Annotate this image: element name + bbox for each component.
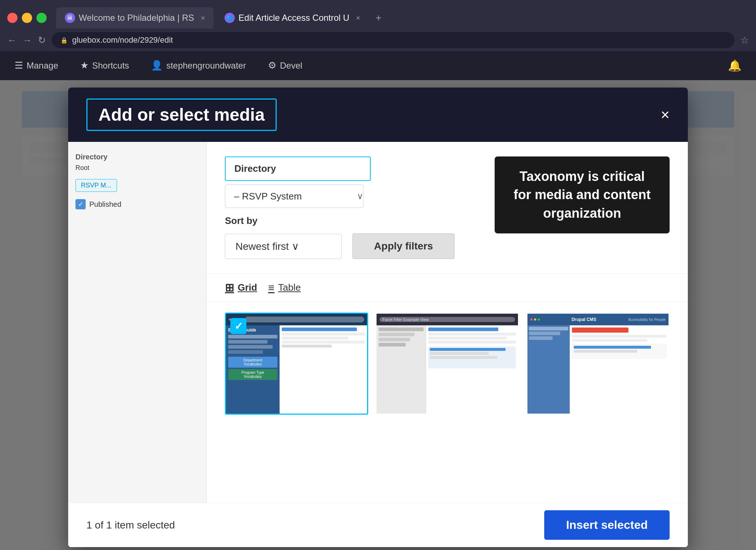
selection-count: 1 of 1 item selected	[86, 519, 175, 531]
taxonomy-tooltip-text: Taxonomy is critical for media and conte…	[514, 169, 651, 221]
modal-sidebar: Directory Root RSVP M... ✓ Published	[68, 142, 207, 503]
sort-select[interactable]: Newest first ∨	[225, 234, 342, 259]
media-grid: Events Guide DepartmentVocabulary	[207, 302, 688, 503]
tab-1-icon: 🏛	[65, 13, 75, 23]
published-label: Published	[89, 200, 121, 209]
toolbar-manage[interactable]: ☰ Manage	[15, 60, 58, 71]
sort-label: Sort by	[225, 215, 342, 226]
maximize-traffic-light[interactable]	[36, 13, 47, 23]
bookmark-icon[interactable]: ☆	[740, 35, 749, 46]
tab-2-icon: 🔷	[225, 13, 235, 23]
sort-filter-group: Sort by Newest first ∨	[225, 215, 342, 259]
sidebar-section-directory: Directory Root	[75, 153, 199, 172]
taxonomy-tooltip: Taxonomy is critical for media and conte…	[495, 156, 670, 233]
close-traffic-light[interactable]	[7, 13, 17, 23]
minimize-traffic-light[interactable]	[22, 13, 32, 23]
bell-icon[interactable]: 🔔	[728, 59, 741, 72]
sidebar-tag: RSVP M...	[75, 179, 117, 192]
modal-title: Add or select media	[98, 105, 265, 124]
table-label: Table	[278, 282, 301, 293]
modal-header: Add or select media ×	[68, 88, 688, 142]
sidebar-published: ✓ Published	[75, 199, 199, 209]
grid-icon: ⊞	[225, 281, 234, 294]
media-item-1-checkbox: ✓	[230, 318, 246, 334]
media-item-2[interactable]: Facet Filler Example View	[375, 313, 519, 415]
modal-footer: 1 of 1 item selected Insert selected	[68, 503, 688, 547]
sidebar-section-tag: RSVP M...	[75, 179, 199, 192]
grid-label: Grid	[238, 282, 257, 293]
media-thumb-3: Drupal CMS Accessibility for People	[527, 314, 669, 414]
directory-label-box: Directory	[225, 156, 371, 181]
gear-icon: ⚙	[268, 60, 276, 71]
modal-main: Directory – RSVP System ∨	[207, 142, 688, 503]
filters-area: Directory – RSVP System ∨	[207, 142, 688, 274]
address-bar: ← → ↻ 🔒 gluebox.com/node/2929/edit ☆	[0, 29, 756, 51]
modal-overlay: Add or select media × Directory Root RSV…	[0, 80, 756, 550]
lock-icon: 🔒	[61, 37, 68, 44]
media-item-3[interactable]: Drupal CMS Accessibility for People	[526, 313, 670, 415]
sort-row: Sort by Newest first ∨ Apply filters	[225, 215, 473, 259]
directory-select-wrapper: – RSVP System ∨	[225, 185, 371, 208]
tab-2-label: Edit Article Access Control U	[238, 13, 349, 23]
toolbar-shortcuts[interactable]: ★ Shortcuts	[80, 60, 129, 71]
media-modal: Add or select media × Directory Root RSV…	[68, 88, 688, 547]
apply-filters-button[interactable]: Apply filters	[352, 233, 455, 259]
tab-1-label: Welcome to Philadelphia | RS	[79, 13, 194, 23]
list-icon: ≡	[268, 282, 274, 294]
tab-2-close[interactable]: ×	[356, 14, 360, 22]
browser-tab-2[interactable]: 🔷 Edit Article Access Control U ×	[216, 7, 369, 28]
user-label: stephengroundwater	[166, 61, 246, 71]
browser-chrome: 🏛 Welcome to Philadelphia | RS × 🔷 Edit …	[0, 0, 756, 51]
table-view-button[interactable]: ≡ Table	[268, 282, 301, 294]
tab-1-close[interactable]: ×	[201, 14, 205, 22]
drupal-toolbar: ☰ Manage ★ Shortcuts 👤 stephengroundwate…	[0, 51, 756, 80]
insert-selected-button[interactable]: Insert selected	[544, 510, 670, 540]
checkbox-published[interactable]: ✓	[75, 199, 86, 209]
shortcuts-label: Shortcuts	[92, 61, 129, 71]
refresh-button[interactable]: ↻	[38, 35, 46, 46]
modal-title-box: Add or select media	[86, 98, 277, 131]
view-toggle: ⊞ Grid ≡ Table	[207, 274, 688, 302]
sidebar-directory-value: Root	[75, 164, 199, 172]
filter-row-directory: Directory – RSVP System ∨	[225, 156, 473, 208]
media-item-1[interactable]: Events Guide DepartmentVocabulary	[225, 313, 368, 415]
sidebar-directory-label: Directory	[75, 153, 199, 161]
page-background: Add or select media × Directory Root RSV…	[0, 80, 756, 550]
manage-label: Manage	[27, 61, 58, 71]
sort-select-wrapper: Newest first ∨	[225, 234, 342, 259]
tab-bar: 🏛 Welcome to Philadelphia | RS × 🔷 Edit …	[0, 0, 756, 29]
menu-icon: ☰	[15, 60, 23, 71]
directory-select[interactable]: – RSVP System	[225, 185, 363, 208]
new-tab-button[interactable]: +	[371, 11, 386, 25]
modal-close-button[interactable]: ×	[660, 106, 670, 124]
user-icon: 👤	[151, 60, 163, 71]
url-text: gluebox.com/node/2929/edit	[72, 35, 173, 45]
media-thumb-2: Facet Filler Example View	[377, 314, 518, 414]
traffic-lights	[7, 13, 47, 23]
forward-button[interactable]: →	[23, 35, 32, 46]
toolbar-devel[interactable]: ⚙ Devel	[268, 60, 302, 71]
grid-view-button[interactable]: ⊞ Grid	[225, 281, 257, 294]
media-thumb-1: Events Guide DepartmentVocabulary	[226, 314, 367, 414]
browser-tab-1[interactable]: 🏛 Welcome to Philadelphia | RS ×	[56, 7, 214, 28]
back-button[interactable]: ←	[7, 35, 17, 46]
directory-filter-group: Directory – RSVP System ∨	[225, 156, 371, 208]
modal-body: Directory Root RSVP M... ✓ Published	[68, 142, 688, 503]
star-icon: ★	[80, 60, 89, 71]
toolbar-user[interactable]: 👤 stephengroundwater	[151, 60, 246, 71]
devel-label: Devel	[280, 61, 302, 71]
url-box[interactable]: 🔒 gluebox.com/node/2929/edit	[52, 32, 734, 48]
